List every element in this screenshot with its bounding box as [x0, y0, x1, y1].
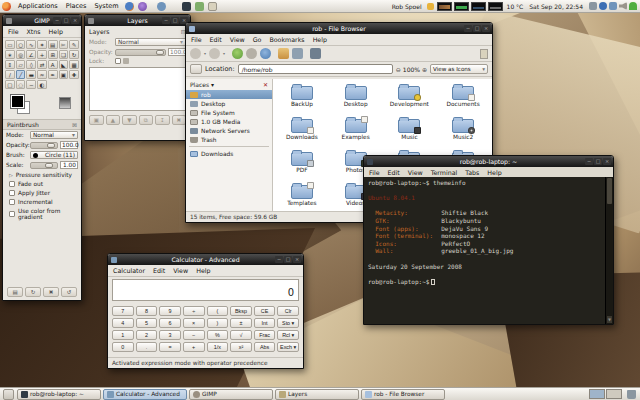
pressure-expander[interactable]: ▷ Pressure sensitivity — [3, 170, 81, 179]
key-store[interactable]: Sto ▾ — [277, 318, 299, 328]
tool-fuzzy-select-icon[interactable]: ✶ — [37, 40, 47, 49]
lock-checkbox-icon[interactable] — [115, 58, 121, 64]
opacity-slider[interactable] — [30, 142, 58, 149]
home-icon[interactable] — [278, 48, 289, 59]
gimp-menu-help[interactable]: Help — [49, 28, 63, 35]
zoom-in-icon[interactable]: ⊕ — [422, 66, 427, 73]
key-5[interactable]: 5 — [136, 318, 158, 328]
place-network-servers[interactable]: Network Servers — [186, 126, 272, 135]
key-decimal[interactable]: . — [136, 342, 158, 352]
show-desktop-button[interactable] — [3, 389, 14, 400]
layers-opacity-value[interactable]: 100.0 — [168, 48, 186, 56]
tool-bucket-fill-icon[interactable]: ◣ — [59, 60, 69, 69]
maximize-icon[interactable]: □ — [594, 158, 602, 165]
menu-help[interactable]: Help — [487, 169, 501, 176]
computer-icon[interactable] — [292, 48, 303, 59]
tool-free-select-icon[interactable]: ∿ — [26, 40, 36, 49]
back-history-icon[interactable]: ▾ — [204, 51, 206, 56]
session-icon[interactable] — [629, 2, 637, 10]
update-icon[interactable] — [609, 2, 617, 10]
system-monitor-cpu-applet[interactable] — [437, 2, 452, 11]
scale-value[interactable]: 1.00 — [60, 161, 78, 169]
menu-file[interactable]: File — [369, 169, 380, 176]
terminal-launcher-icon[interactable] — [182, 2, 191, 11]
layers-mode-select[interactable]: Normal ▾ — [115, 38, 186, 46]
tool-clone-icon[interactable]: ▣ — [59, 70, 69, 79]
tool-by-color-select-icon[interactable]: ▤ — [48, 40, 58, 49]
maximize-icon[interactable]: □ — [171, 17, 179, 24]
minimize-icon[interactable]: − — [162, 17, 170, 24]
tool-shear-icon[interactable]: ▱ — [16, 60, 26, 69]
key-0[interactable]: 0 — [112, 342, 134, 352]
editor-launcher-icon[interactable] — [208, 2, 217, 11]
tool-airbrush-icon[interactable]: ≈ — [37, 70, 47, 79]
location-input[interactable]: /home/rob — [238, 64, 393, 74]
scrollbar-down-icon[interactable]: ▼ — [607, 316, 612, 323]
tool-color-picker-icon[interactable]: ∗ — [5, 50, 15, 59]
maximize-icon[interactable]: □ — [284, 256, 292, 263]
menu-view[interactable]: View — [230, 36, 245, 43]
stop-icon[interactable] — [246, 48, 257, 59]
tool-pencil-icon[interactable]: ∕ — [5, 70, 15, 79]
tool-crop-icon[interactable]: ❏ — [59, 50, 69, 59]
key-equals[interactable]: = — [159, 342, 181, 352]
place-media[interactable]: 1.0 GB Media — [186, 117, 272, 126]
tool-eraser-icon[interactable]: ▬ — [26, 70, 36, 79]
key-sqrt[interactable]: √ — [230, 330, 252, 340]
tool-blur-icon[interactable]: ◌ — [16, 80, 26, 89]
key-plus-minus[interactable]: ± — [230, 318, 252, 328]
forward-icon[interactable] — [209, 48, 220, 59]
folder-music2[interactable]: Music2 — [436, 116, 490, 149]
minimize-icon[interactable]: − — [585, 158, 593, 165]
key-reciprocal[interactable]: 1/x — [207, 342, 229, 352]
tool-move-icon[interactable]: + — [37, 50, 47, 59]
pidgin-launcher-icon[interactable] — [138, 2, 147, 11]
menu-applications[interactable]: Applications — [14, 2, 62, 10]
key-7[interactable]: 7 — [112, 306, 134, 316]
folder-pdf[interactable]: PDF — [275, 149, 329, 182]
key-percent[interactable]: % — [207, 330, 229, 340]
menu-view[interactable]: View — [408, 169, 423, 176]
tool-smudge-icon[interactable]: ∽ — [26, 80, 36, 89]
key-clear[interactable]: Clr — [277, 306, 299, 316]
view-mode-select[interactable]: View as Icons ▾ — [430, 64, 488, 74]
ubuntu-logo-icon[interactable] — [2, 2, 11, 11]
key-recall[interactable]: Rcl ▾ — [277, 330, 299, 340]
gimp-titlebar[interactable]: GIMP − □ × — [3, 15, 81, 26]
folder-music[interactable]: Music — [383, 116, 437, 149]
key-9[interactable]: 9 — [159, 306, 181, 316]
help-launcher-icon[interactable] — [157, 2, 166, 11]
sidebar-close-icon[interactable]: ✕ — [263, 81, 268, 88]
volume-icon[interactable] — [619, 2, 627, 10]
taskbar-calculator[interactable]: Calculator - Advanced — [103, 389, 187, 400]
lower-layer-icon[interactable]: ▼ — [122, 115, 137, 125]
key-add[interactable]: + — [183, 342, 205, 352]
key-2[interactable]: 2 — [136, 330, 158, 340]
new-layer-icon[interactable]: ▣ — [89, 115, 104, 125]
bluetooth-icon[interactable] — [599, 2, 607, 10]
user-switcher[interactable]: Rob Spoel — [389, 3, 425, 10]
folder-documents[interactable]: Documents — [436, 83, 490, 116]
network-icon[interactable] — [589, 2, 597, 10]
brush-select[interactable]: Circle (11) — [30, 151, 78, 159]
scrollbar-thumb[interactable] — [607, 178, 612, 204]
close-icon[interactable]: × — [603, 158, 611, 165]
menu-edit[interactable]: Edit — [388, 169, 400, 176]
tool-heal-icon[interactable]: ✚ — [69, 70, 79, 79]
calculator-titlebar[interactable]: Calculator - Advanced − □ × — [108, 254, 303, 265]
key-clear-entry[interactable]: CE — [254, 306, 276, 316]
zoom-out-icon[interactable]: ⊖ — [396, 66, 401, 73]
place-rob[interactable]: rob — [186, 90, 272, 99]
maximize-icon[interactable]: □ — [473, 25, 481, 32]
up-icon[interactable] — [232, 48, 243, 59]
trash-applet-icon[interactable] — [627, 390, 636, 399]
delete-layer-icon[interactable]: ✖ — [172, 115, 187, 125]
search-icon[interactable] — [310, 48, 321, 59]
back-icon[interactable] — [190, 48, 201, 59]
tool-flip-icon[interactable]: ⇄ — [37, 60, 47, 69]
weather-applet[interactable]: 10 °C — [504, 3, 527, 10]
folder-templates[interactable]: Templates — [275, 182, 329, 211]
gimp-menu-xtns[interactable]: Xtns — [27, 28, 41, 35]
workspace-2[interactable] — [606, 389, 622, 399]
key-int[interactable]: Int — [254, 318, 276, 328]
